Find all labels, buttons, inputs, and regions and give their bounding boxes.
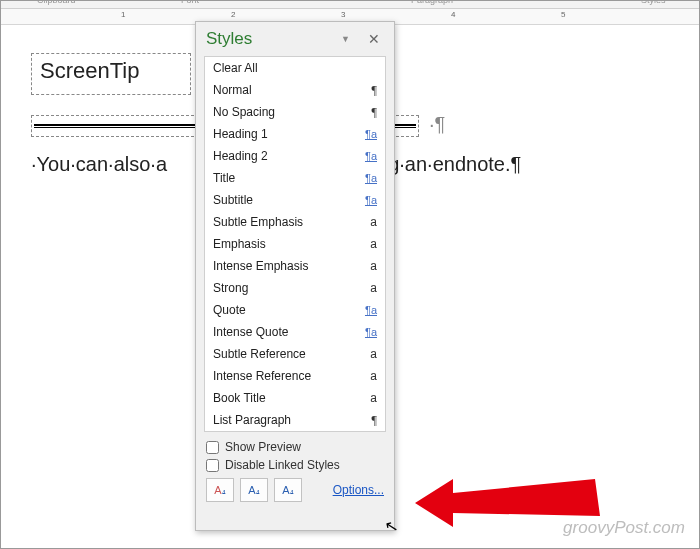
style-item-label: Intense Quote <box>213 325 288 339</box>
paragraph-mark: ·¶ <box>429 113 445 136</box>
style-item-intense-reference[interactable]: Intense Referencea <box>205 365 385 387</box>
style-item-intense-emphasis[interactable]: Intense Emphasisa <box>205 255 385 277</box>
style-item-label: Subtle Reference <box>213 347 306 361</box>
disable-linked-checkbox[interactable]: Disable Linked Styles <box>206 458 384 472</box>
style-item-label: List Paragraph <box>213 413 291 427</box>
style-item-title[interactable]: Title¶a <box>205 167 385 189</box>
style-item-emphasis[interactable]: Emphasisa <box>205 233 385 255</box>
disable-linked-input[interactable] <box>206 459 219 472</box>
style-item-book-title[interactable]: Book Titlea <box>205 387 385 409</box>
style-item-label: Intense Reference <box>213 369 311 383</box>
styles-pane-footer: Show Preview Disable Linked Styles A₄ A₄… <box>196 432 394 506</box>
style-item-intense-quote[interactable]: Intense Quote¶a <box>205 321 385 343</box>
style-item-subtitle[interactable]: Subtitle¶a <box>205 189 385 211</box>
style-item-label: Emphasis <box>213 237 266 251</box>
style-item-label: Quote <box>213 303 246 317</box>
style-item-label: Intense Emphasis <box>213 259 308 273</box>
ribbon-group-clipboard: Clipboard <box>37 0 76 5</box>
close-icon[interactable]: ✕ <box>364 31 384 47</box>
style-item-heading-1[interactable]: Heading 1¶a <box>205 123 385 145</box>
style-item-label: Normal <box>213 83 252 97</box>
ribbon-group-font: Font <box>181 0 199 5</box>
options-link[interactable]: Options... <box>333 483 384 497</box>
style-item-label: Heading 1 <box>213 127 268 141</box>
show-preview-checkbox[interactable]: Show Preview <box>206 440 384 454</box>
style-item-label: Clear All <box>213 61 258 75</box>
body-text-right: g·an·endnote.¶ <box>388 153 521 175</box>
pane-options-caret-icon[interactable]: ▼ <box>341 34 350 44</box>
style-item-label: Strong <box>213 281 248 295</box>
new-style-button[interactable]: A₄ <box>206 478 234 502</box>
style-inspector-button[interactable]: A₄ <box>240 478 268 502</box>
style-item-label: Title <box>213 171 235 185</box>
style-item-subtle-emphasis[interactable]: Subtle Emphasisa <box>205 211 385 233</box>
disable-linked-label: Disable Linked Styles <box>225 458 340 472</box>
ribbon-group-styles: Styles <box>641 0 666 5</box>
manage-styles-button[interactable]: A₄ <box>274 478 302 502</box>
ribbon-group-paragraph: Paragraph <box>411 0 453 5</box>
styles-list[interactable]: Clear AllNormal¶No Spacing¶Heading 1¶aHe… <box>204 56 386 432</box>
style-item-label: Heading 2 <box>213 149 268 163</box>
screentip-textbox[interactable]: ScreenTip <box>31 53 191 95</box>
body-text-left: ·You·can·also·a <box>31 153 167 175</box>
style-item-label: No Spacing <box>213 105 275 119</box>
styles-pane-header: Styles ▼ ✕ <box>196 22 394 56</box>
styles-pane: Styles ▼ ✕ Clear AllNormal¶No Spacing¶He… <box>195 21 395 531</box>
style-item-label: Subtle Emphasis <box>213 215 303 229</box>
style-item-heading-2[interactable]: Heading 2¶a <box>205 145 385 167</box>
ribbon-strip: Clipboard Font Paragraph Styles <box>1 1 699 9</box>
style-item-label: Book Title <box>213 391 266 405</box>
watermark: groovyPost.com <box>563 518 685 538</box>
styles-pane-title: Styles <box>206 29 252 49</box>
style-item-strong[interactable]: Stronga <box>205 277 385 299</box>
style-item-label: Subtitle <box>213 193 253 207</box>
style-item-subtle-reference[interactable]: Subtle Referencea <box>205 343 385 365</box>
style-item-list-paragraph[interactable]: List Paragraph¶ <box>205 409 385 431</box>
style-item-no-spacing[interactable]: No Spacing¶ <box>205 101 385 123</box>
style-item-normal[interactable]: Normal¶ <box>205 79 385 101</box>
show-preview-input[interactable] <box>206 441 219 454</box>
show-preview-label: Show Preview <box>225 440 301 454</box>
style-item-quote[interactable]: Quote¶a <box>205 299 385 321</box>
style-item-clear-all[interactable]: Clear All <box>205 57 385 79</box>
